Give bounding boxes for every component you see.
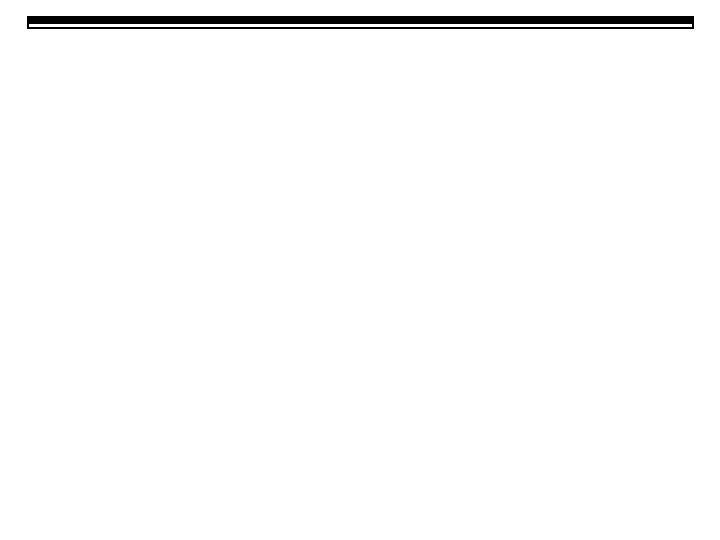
slide xyxy=(0,0,720,540)
pretitle xyxy=(0,0,720,6)
dsl-standards-table xyxy=(27,16,694,29)
header-meaning xyxy=(100,20,266,22)
header-standard xyxy=(29,20,101,22)
table-divider xyxy=(29,24,692,27)
header-applications xyxy=(498,20,691,22)
header-rate xyxy=(266,20,392,22)
header-mode xyxy=(392,20,498,22)
